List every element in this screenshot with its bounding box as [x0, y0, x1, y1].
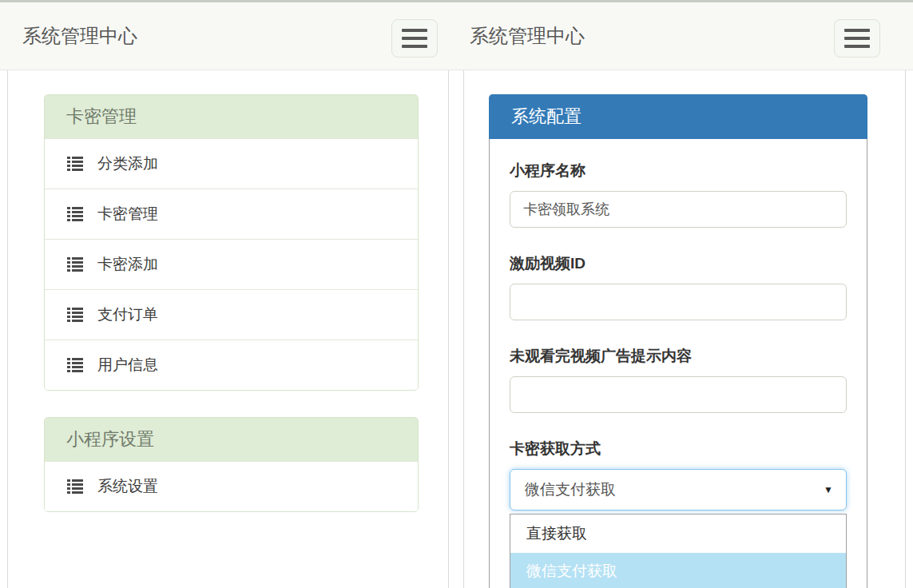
chevron-down-icon: ▼ — [824, 484, 833, 495]
panel-heading: 卡密管理 — [45, 95, 418, 138]
dropdown-option-wechat-pay[interactable]: 微信支付获取 — [510, 553, 846, 588]
sidebar-item-system-settings[interactable]: 系统设置 — [45, 461, 418, 511]
navbar-left: 系统管理中心 — [0, 2, 456, 70]
field-miniprogram-name: 小程序名称 — [510, 161, 847, 228]
list-icon — [67, 358, 83, 372]
field-label: 激励视频ID — [510, 253, 847, 274]
key-acquire-method-select-wrap: 微信支付获取 ▼ 直接获取 微信支付获取 看激励视频获取 — [510, 469, 847, 511]
panel-heading: 系统配置 — [489, 94, 867, 139]
menu-item-label: 用户信息 — [97, 355, 158, 375]
content-left: 卡密管理 分类添加 — [7, 70, 449, 588]
page-system-config: 系统管理中心 系统配置 小程序名称 激励视频ID — [456, 2, 913, 588]
menu-item-label: 卡密添加 — [97, 254, 158, 275]
list-icon — [67, 308, 83, 322]
panel-heading: 小程序设置 — [45, 418, 418, 461]
sidebar-item-payment-orders[interactable]: 支付订单 — [45, 289, 418, 340]
hamburger-icon — [402, 29, 427, 32]
menu-item-label: 系统设置 — [97, 476, 158, 497]
sidebar-item-user-info[interactable]: 用户信息 — [45, 340, 418, 390]
content-right: 系统配置 小程序名称 激励视频ID 未观看完视频广告提示内容 — [463, 70, 906, 588]
sidebar-item-category-add[interactable]: 分类添加 — [45, 138, 418, 189]
ad-prompt-text-input[interactable] — [510, 376, 847, 413]
panel-card-key-management: 卡密管理 分类添加 — [44, 94, 419, 391]
panel-miniprogram-settings: 小程序设置 系统设置 — [44, 417, 419, 512]
selected-option-label: 微信支付获取 — [525, 479, 616, 500]
navbar-right: 系统管理中心 — [456, 2, 913, 70]
menu-item-label: 分类添加 — [97, 153, 158, 174]
hamburger-icon — [844, 29, 870, 32]
menu-item-label: 卡密管理 — [97, 204, 158, 224]
field-label: 卡密获取方式 — [510, 439, 847, 459]
field-ad-prompt-text: 未观看完视频广告提示内容 — [510, 346, 847, 413]
reward-video-id-input[interactable] — [510, 284, 847, 320]
field-label: 未观看完视频广告提示内容 — [510, 346, 847, 367]
list-icon — [67, 479, 83, 494]
menu-item-label: 支付订单 — [97, 304, 158, 325]
dropdown-option-direct[interactable]: 直接获取 — [510, 514, 846, 553]
list-icon — [67, 207, 83, 221]
field-label: 小程序名称 — [510, 161, 847, 181]
miniprogram-name-input[interactable] — [510, 191, 847, 228]
panel-system-config: 系统配置 小程序名称 激励视频ID 未观看完视频广告提示内容 — [489, 94, 867, 588]
sidebar-item-key-add[interactable]: 卡密添加 — [45, 239, 418, 289]
field-reward-video-id: 激励视频ID — [510, 253, 847, 320]
page-menu-view: 系统管理中心 卡密管理 分类添加 — [0, 2, 456, 588]
key-acquire-method-select[interactable]: 微信支付获取 ▼ — [510, 469, 847, 511]
sidebar-item-key-management[interactable]: 卡密管理 — [45, 189, 418, 239]
list-icon — [67, 157, 83, 171]
page-title: 系统管理中心 — [470, 2, 585, 70]
menu-toggle-button[interactable] — [391, 19, 438, 58]
list-icon — [67, 257, 83, 272]
screenshot-root: 系统管理中心 卡密管理 分类添加 — [0, 0, 913, 588]
config-form: 小程序名称 激励视频ID 未观看完视频广告提示内容 卡密获取方式 — [490, 139, 867, 532]
select-dropdown-list: 直接获取 微信支付获取 看激励视频获取 — [510, 514, 847, 588]
menu-toggle-button[interactable] — [834, 19, 880, 58]
page-title: 系统管理中心 — [22, 2, 137, 70]
field-key-acquire-method: 卡密获取方式 微信支付获取 ▼ 直接获取 微信支付获取 看激励视频获取 — [510, 439, 847, 511]
